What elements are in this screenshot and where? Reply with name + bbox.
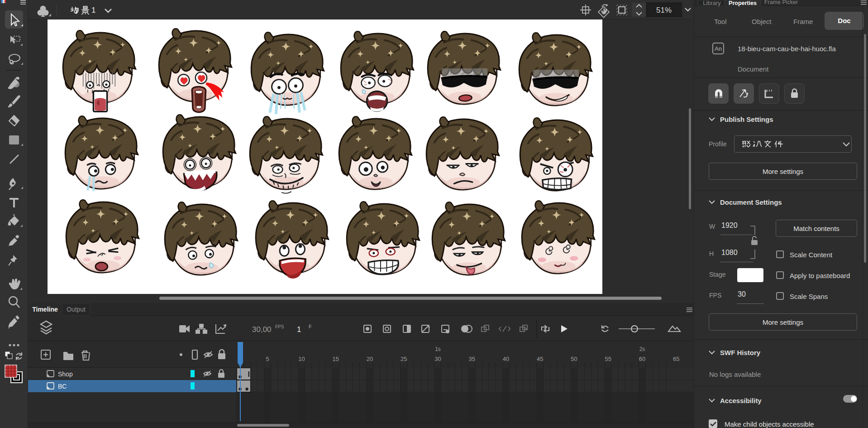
svg-text:F: F xyxy=(309,324,312,329)
svg-text:1: 1 xyxy=(91,6,95,14)
svg-text:BC: BC xyxy=(58,383,67,390)
svg-text:51%: 51% xyxy=(656,6,672,14)
svg-text:A: A xyxy=(427,324,430,329)
svg-text:1: 1 xyxy=(297,325,301,334)
svg-text:Shop: Shop xyxy=(58,370,73,378)
svg-text:30,00: 30,00 xyxy=(252,325,272,334)
svg-text:FPS: FPS xyxy=(275,324,284,329)
